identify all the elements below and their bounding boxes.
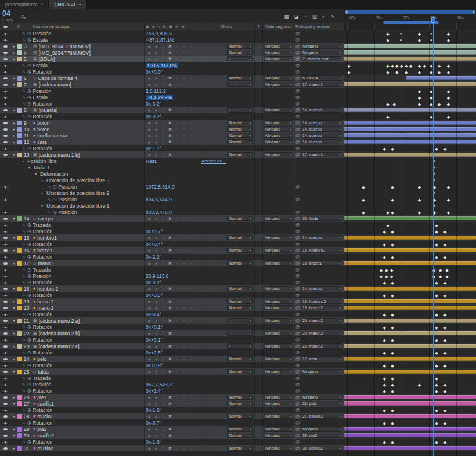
parent-select[interactable]: 19. brazo 2▾ xyxy=(301,305,342,310)
current-keyframe-icon[interactable]: ◆ xyxy=(4,294,6,297)
preserve-transparency-toggle[interactable]: ▫ xyxy=(258,357,259,361)
layer-switch[interactable]: ▫ xyxy=(187,370,194,374)
timeline-row[interactable] xyxy=(344,43,476,49)
pickwhip-icon[interactable]: @ xyxy=(295,70,300,74)
visibility-toggle[interactable] xyxy=(3,154,8,156)
layer-switch[interactable]: ▫ xyxy=(187,262,194,265)
keyframe-icon[interactable]: ◆ xyxy=(443,440,446,444)
layer-switch[interactable]: ▫ xyxy=(174,287,181,291)
pickwhip-icon[interactable]: @ xyxy=(295,382,300,386)
keyframe-icon[interactable]: ◆ xyxy=(443,363,446,367)
keyframe-icon[interactable]: ◆ xyxy=(418,102,421,106)
layer-switch[interactable]: ◉ xyxy=(146,57,153,61)
next-keyframe-icon[interactable]: › xyxy=(7,223,8,227)
layer-switch[interactable]: ◈ xyxy=(153,357,160,361)
next-keyframe-icon[interactable]: › xyxy=(7,268,8,272)
label-color-swatch[interactable] xyxy=(17,121,22,125)
layer-name[interactable]: Capa de formas 4 xyxy=(38,75,77,81)
timeline-row[interactable]: ◆◆◆◆ xyxy=(344,241,476,247)
layer-row[interactable]: ▸31■muslo2◉◈╲fx▫▫▫Normal▾▫Ninguno▾@30. c… xyxy=(0,445,344,451)
pickwhip-icon[interactable]: @ xyxy=(295,293,300,297)
keyframe-icon[interactable]: ◆ xyxy=(439,267,442,272)
twirl-icon[interactable] xyxy=(10,30,17,37)
keyframe-icon[interactable]: ◆ xyxy=(385,267,388,272)
property-row[interactable]: ‹◆›∿◷Rotación0x-0,2°@ xyxy=(0,113,344,120)
timeline-row[interactable]: ◆◆◆◆ xyxy=(344,336,476,343)
current-keyframe-icon[interactable]: ◆ xyxy=(4,440,6,444)
twirl-icon[interactable] xyxy=(10,222,17,228)
layer-name[interactable]: falda xyxy=(38,369,48,375)
visibility-toggle[interactable] xyxy=(3,58,8,60)
prev-keyframe-icon[interactable]: ‹ xyxy=(2,408,3,412)
blend-mode-select[interactable]: Normal▾ xyxy=(227,260,253,266)
graph-editor-icon[interactable]: ∿ xyxy=(330,13,334,19)
current-keyframe-icon[interactable]: ◆ xyxy=(4,338,6,342)
layer-switch[interactable]: ◈ xyxy=(153,236,160,240)
keyframe-icon[interactable]: ◆ xyxy=(418,95,421,99)
keyframe-icon[interactable]: ◆ xyxy=(391,312,394,316)
keyframe-navigator[interactable]: ‹◆› xyxy=(2,230,8,233)
layer-switch[interactable]: ◉ xyxy=(146,299,153,303)
keyframe-icon[interactable]: ◆ xyxy=(383,350,386,354)
next-keyframe-icon[interactable]: › xyxy=(7,281,8,284)
property-row[interactable]: ‹◆›∿◷Escala∞87,1,87,1%@ xyxy=(0,37,344,43)
blend-mode-select[interactable]: Normal▾ xyxy=(227,446,253,451)
label-color-swatch[interactable] xyxy=(17,108,22,113)
layer-switch[interactable]: ▫ xyxy=(181,57,187,61)
label-color-swatch[interactable] xyxy=(17,50,22,55)
track-matte-select[interactable]: Ninguno▾ xyxy=(264,318,293,323)
twirl-icon[interactable]: ▸ xyxy=(10,75,17,81)
layer-switch[interactable]: ▫ xyxy=(181,83,187,86)
layer-switch[interactable]: ▫ xyxy=(187,306,194,310)
layer-switch[interactable]: ▫ xyxy=(181,370,187,374)
twirl-icon[interactable] xyxy=(10,209,17,215)
current-keyframe-icon[interactable]: ◆ xyxy=(4,230,6,233)
keyframe-icon[interactable]: ◆ xyxy=(435,382,438,386)
layer-switch[interactable]: ▫ xyxy=(174,51,181,55)
track-matte-select[interactable]: Ninguno▾ xyxy=(264,426,293,432)
layer-row[interactable]: ▾12■cara◉◈╲fx▫▫▫Normal▾▫Ninguno▾@14. cue… xyxy=(0,139,344,145)
pickwhip-icon[interactable]: @ xyxy=(295,370,300,374)
layer-switch[interactable]: ╲ xyxy=(160,153,167,157)
switch-column-icon[interactable]: fx xyxy=(163,24,166,28)
preserve-transparency-toggle[interactable]: ▫ xyxy=(258,396,259,399)
next-keyframe-icon[interactable]: › xyxy=(7,377,8,380)
visibility-toggle[interactable] xyxy=(3,237,8,239)
layer-duration-bar[interactable] xyxy=(344,140,476,144)
label-color-swatch[interactable] xyxy=(17,344,22,349)
current-keyframe-icon[interactable]: ◆ xyxy=(4,64,6,67)
fx-switch[interactable]: fx xyxy=(167,44,174,48)
layer-name[interactable]: [cadena mano 2 b] xyxy=(39,331,80,336)
twirl-icon[interactable]: ▸ xyxy=(10,426,17,432)
keyframe-icon[interactable]: ◆ xyxy=(418,210,421,214)
layer-switch[interactable]: ◉ xyxy=(146,108,153,112)
keyframe-icon[interactable]: ◆ xyxy=(391,376,394,380)
fx-switch[interactable]: fx xyxy=(167,216,174,220)
pickwhip-icon[interactable]: @ xyxy=(295,223,300,227)
stopwatch-icon[interactable]: ◷ xyxy=(27,280,31,285)
track-matte-select[interactable]: Ninguno▾ xyxy=(264,248,293,253)
layer-switch[interactable]: ╲ xyxy=(160,76,167,80)
stopwatch-icon[interactable]: ◷ xyxy=(27,407,31,412)
prev-keyframe-icon[interactable]: ‹ xyxy=(2,230,3,233)
stopwatch-icon[interactable]: ◷ xyxy=(27,114,31,119)
track-matte-select[interactable]: Ninguno▾ xyxy=(264,56,293,61)
layer-duration-bar[interactable] xyxy=(344,287,476,291)
stopwatch-icon[interactable]: ◷ xyxy=(53,184,57,189)
layer-duration-bar[interactable] xyxy=(344,121,476,125)
next-keyframe-icon[interactable]: › xyxy=(7,115,8,118)
blend-mode-select[interactable]: Normal▾ xyxy=(227,299,253,304)
property-value[interactable]: 2,6,112,2 xyxy=(146,88,166,94)
keyframe-icon[interactable]: ◆ xyxy=(390,267,393,272)
parent-select[interactable]: 12. cara▾ xyxy=(301,356,342,361)
property-row[interactable]: ‹◆›∿◷Rotación0x-2,2°@ xyxy=(0,254,344,260)
layer-switch[interactable]: ╲ xyxy=(160,108,167,112)
keyframe-icon[interactable]: ◆ xyxy=(391,293,394,297)
layer-duration-bar[interactable] xyxy=(344,433,476,437)
pickwhip-icon[interactable]: @ xyxy=(295,153,300,157)
timeline-row[interactable]: ◆◆ xyxy=(344,222,476,228)
layer-switch[interactable]: ◉ xyxy=(146,121,153,125)
layer-switch[interactable]: ▫ xyxy=(174,77,181,80)
current-keyframe-icon[interactable]: ◆ xyxy=(4,185,6,189)
layer-switch[interactable]: ▫ xyxy=(174,249,181,252)
